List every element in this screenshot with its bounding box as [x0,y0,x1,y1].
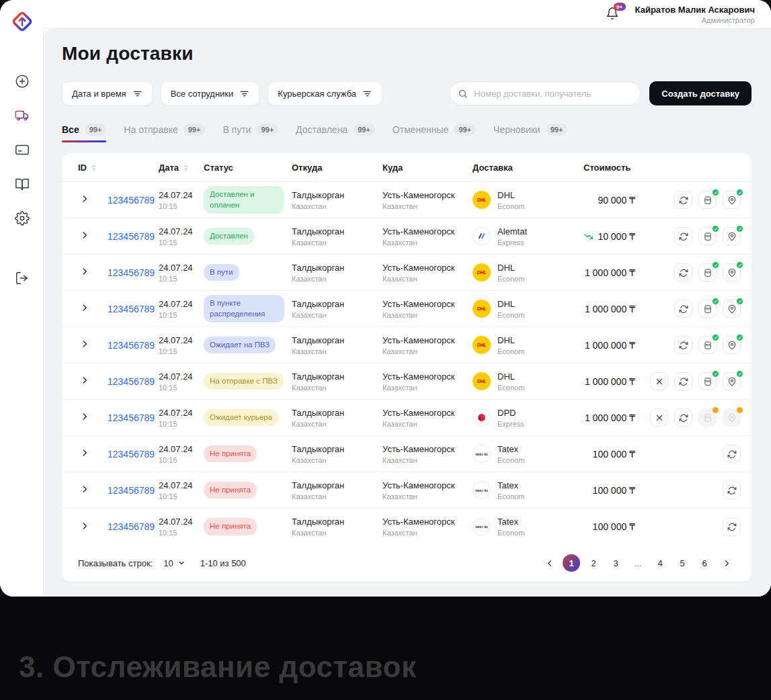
page-button-4[interactable]: 4 [651,554,669,572]
notifications-button[interactable]: 9+ [604,6,620,22]
tracking-status-dot [736,370,743,378]
tracking-button[interactable] [723,227,741,245]
pdf-label-button[interactable]: PDF [698,191,717,209]
row-actions [642,481,741,499]
status-cell: Ожидает на ПВЗ [204,337,292,354]
pdf-label-button: PDF [698,408,717,427]
page-button-3[interactable]: 3 [607,554,624,572]
map-pin-icon [727,195,737,205]
status-cell: Доставлен и оплачен [204,186,292,214]
pdf-label-button[interactable]: PDF [698,372,717,390]
row-expand-button[interactable] [78,266,91,279]
page-button-2[interactable]: 2 [585,554,602,572]
row-expand-button[interactable] [78,375,91,388]
page-button-1[interactable]: 1 [563,554,580,572]
row-expand-button[interactable] [78,411,91,425]
cancel-delivery-button[interactable] [650,372,668,390]
next-page-button[interactable] [718,554,735,572]
carrier-logo-icon: tatex kz [473,518,491,536]
refresh-status-button[interactable] [723,481,741,499]
plus-circle-icon [15,74,30,89]
row-expand-button[interactable] [78,193,91,207]
chevron-down-icon [177,559,186,567]
create-delivery-button[interactable]: Создать доставку [649,81,752,105]
tab-in-transit[interactable]: В пути99+ [222,124,278,142]
refresh-status-button[interactable] [674,408,692,427]
refresh-status-button[interactable] [674,191,692,209]
sidebar-item-create[interactable] [9,68,36,95]
carrier-logo-icon: DHL [473,191,491,209]
filter-employees[interactable]: Все сотрудники [161,81,260,105]
row-expand-button[interactable] [78,484,91,497]
tracking-button[interactable] [723,372,741,390]
tab-delivered[interactable]: Доставлена99+ [296,124,375,142]
cancel-delivery-button[interactable] [650,408,668,427]
page-button-6[interactable]: 6 [696,554,713,572]
header-id[interactable]: ID [78,163,159,173]
delivery-id-link[interactable]: 123456789 [101,304,155,314]
to-cell: Усть-КаменогорскКазахстан [382,190,473,210]
filter-date-time[interactable]: Дата и время [62,81,153,105]
header-price[interactable]: Стоимость [583,163,642,173]
delivery-id-link[interactable]: 123456789 [101,376,155,387]
refresh-status-button[interactable] [674,300,692,318]
gear-icon [15,211,30,226]
app-logo[interactable] [0,0,44,43]
delivery-id-link[interactable]: 123456789 [101,449,155,460]
user-menu[interactable]: Кайратов Малик Аскарович Администратор [635,5,755,24]
pdf-label-button[interactable]: PDF [698,300,717,318]
map-pin-icon [727,377,737,386]
pdf-label-button[interactable]: PDF [698,227,717,245]
row-expand-button[interactable] [78,339,91,352]
sidebar-item-logout[interactable] [9,265,36,292]
price-cell: 1 000 000 ₸ [583,376,642,387]
tab-drafts[interactable]: Черновики99+ [493,124,567,142]
pdf-label-button[interactable]: PDF [698,336,717,354]
delivery-id-link[interactable]: 123456789 [101,340,155,351]
row-expand-button[interactable] [78,230,91,243]
tracking-button[interactable] [723,191,741,209]
row-expand-button[interactable] [78,520,91,533]
refresh-status-button[interactable] [723,445,741,463]
tracking-button[interactable] [723,300,741,318]
sidebar-item-payments[interactable] [9,136,36,163]
refresh-status-button[interactable] [723,518,741,536]
refresh-status-button[interactable] [674,336,692,354]
tracking-button[interactable] [723,263,741,281]
map-pin-icon [727,232,737,241]
table-row: 123456789 24.07.2410:15 Не принята Талды… [62,472,752,509]
refresh-icon [679,377,688,386]
delivery-id-link[interactable]: 123456789 [101,267,155,278]
pdf-file-icon: PDF [703,268,713,277]
tab-all[interactable]: Все99+ [62,124,106,142]
refresh-status-button[interactable] [674,227,692,245]
filter-courier-service[interactable]: Курьерская служба [268,81,382,105]
refresh-icon [727,486,737,495]
sidebar-item-settings[interactable] [9,205,36,232]
sidebar-item-catalog[interactable] [9,171,36,198]
delivery-id-link[interactable]: 123456789 [101,521,155,532]
search-input[interactable] [474,89,632,99]
chevron-right-icon [80,230,89,240]
pdf-file-icon: PDF [703,232,713,241]
price-cell: 100 000 ₸ [583,449,642,460]
tab-cancelled[interactable]: Отмененные99+ [393,124,476,142]
refresh-status-button[interactable] [674,263,692,281]
user-role: Администратор [635,16,755,24]
tab-shipping[interactable]: На отправке99+ [124,124,205,142]
delivery-id-link[interactable]: 123456789 [101,231,155,242]
row-expand-button[interactable] [78,302,91,316]
page-button-5[interactable]: 5 [674,554,691,572]
delivery-id-link[interactable]: 123456789 [101,412,155,423]
delivery-id-link[interactable]: 123456789 [101,485,155,496]
prev-page-button[interactable] [540,554,558,572]
refresh-status-button[interactable] [674,372,692,390]
rows-per-page-select[interactable]: 10 [163,558,185,568]
header-date[interactable]: Дата [159,163,204,173]
svg-text:PDF: PDF [705,380,711,383]
sidebar-item-deliveries[interactable] [9,102,36,129]
pdf-label-button[interactable]: PDF [698,263,717,281]
delivery-id-link[interactable]: 123456789 [101,195,155,206]
row-expand-button[interactable] [78,447,91,461]
tracking-button[interactable] [723,336,741,354]
